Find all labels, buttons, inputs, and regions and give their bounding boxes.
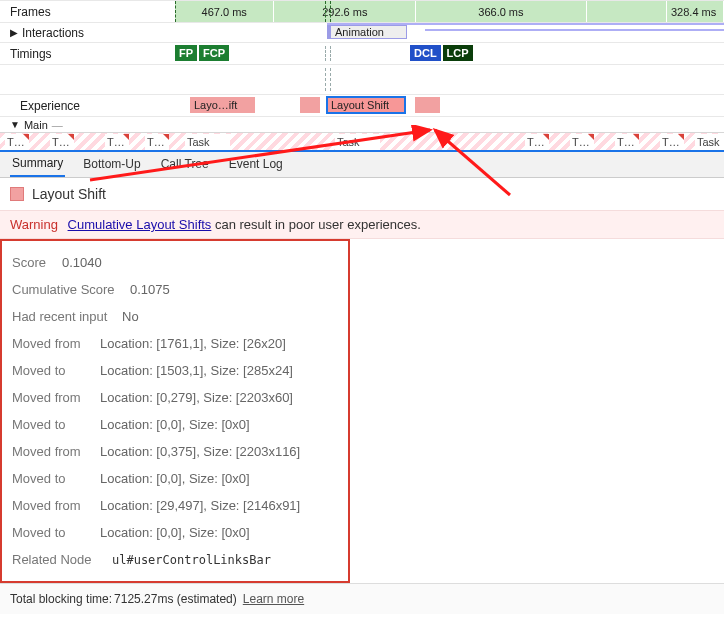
frames-track[interactable]: Frames 467.0 ms 292.6 ms 366.0 ms 328.4 … xyxy=(0,0,724,22)
detail-row: Related Node ul#userControlLinksBar xyxy=(12,546,348,573)
tab-summary[interactable]: Summary xyxy=(10,151,65,177)
timeline-panel[interactable]: Frames 467.0 ms 292.6 ms 366.0 ms 328.4 … xyxy=(0,0,724,150)
task-chip[interactable]: Task xyxy=(695,134,724,150)
timings-label: Timings xyxy=(0,47,175,61)
animation-label: Animation xyxy=(335,26,384,38)
task-chip[interactable]: T… xyxy=(615,134,639,150)
task-chip[interactable]: T… xyxy=(5,134,29,150)
frame-boundary-tick xyxy=(325,68,326,91)
lcp-badge[interactable]: LCP xyxy=(443,45,473,61)
layout-shift-block[interactable]: Layo…ift xyxy=(190,97,255,113)
interactions-label-text: Interactions xyxy=(22,26,84,40)
svg-line-1 xyxy=(435,130,510,195)
tbt-prefix: Total blocking time: xyxy=(10,592,112,606)
interactions-label: ▶ Interactions xyxy=(0,26,175,40)
detail-row: Moved fromLocation: [1761,1], Size: [26x… xyxy=(12,330,348,357)
spacer-track xyxy=(0,64,724,94)
frame-boundary-tick xyxy=(175,1,176,22)
frame-block[interactable]: 292.6 ms xyxy=(274,1,416,22)
timings-badges-left: FPFCP xyxy=(175,45,231,61)
frames-label: Frames xyxy=(0,5,175,19)
event-color-swatch xyxy=(10,187,24,201)
svg-line-0 xyxy=(90,130,430,180)
experience-label: Experience xyxy=(0,99,175,113)
frame-boundary-tick xyxy=(330,68,331,91)
main-label-text: Main xyxy=(24,119,48,131)
detail-row: Moved fromLocation: [0,279], Size: [2203… xyxy=(12,384,348,411)
warning-label: Warning xyxy=(10,217,58,232)
warning-text: can result in poor user experiences. xyxy=(211,217,421,232)
detail-row: Moved fromLocation: [29,497], Size: [214… xyxy=(12,492,348,519)
frame-block[interactable]: 467.0 ms xyxy=(175,1,274,22)
frame-boundary-tick xyxy=(325,46,326,61)
frame-boundary-tick xyxy=(325,1,326,22)
warning-row: Warning Cumulative Layout Shifts can res… xyxy=(0,210,724,239)
frame-block[interactable]: 328.4 ms xyxy=(667,1,724,22)
layout-shift-block[interactable] xyxy=(300,97,320,113)
detail-row: Cumulative Score0.1075 xyxy=(12,276,348,303)
experience-track[interactable]: Experience Layo…ift Layout Shift xyxy=(0,94,724,116)
frame-block[interactable]: 366.0 ms xyxy=(416,1,586,22)
annotation-arrow xyxy=(70,125,520,205)
detail-row: Moved toLocation: [0,0], Size: [0x0] xyxy=(12,465,348,492)
summary-details-highlight: Score0.1040 Cumulative Score0.1075 Had r… xyxy=(0,239,350,583)
frame-block[interactable] xyxy=(587,1,667,22)
layout-shift-block[interactable] xyxy=(415,97,440,113)
related-node-link[interactable]: ul#userControlLinksBar xyxy=(112,552,271,567)
interactions-track[interactable]: ▶ Interactions Animation xyxy=(0,22,724,42)
dcl-badge[interactable]: DCL xyxy=(410,45,441,61)
expand-icon[interactable]: ▶ xyxy=(10,27,18,38)
frame-boundary-tick xyxy=(330,46,331,61)
detail-row: Score0.1040 xyxy=(12,249,348,276)
detail-row: Moved toLocation: [0,0], Size: [0x0] xyxy=(12,519,348,546)
timings-track[interactable]: Timings FPFCP DCLLCP xyxy=(0,42,724,64)
footer-bar: Total blocking time: 7125.27ms (estimate… xyxy=(0,583,724,614)
fcp-badge[interactable]: FCP xyxy=(199,45,229,61)
timings-badges-right: DCLLCP xyxy=(410,45,475,61)
animation-marker[interactable]: Animation xyxy=(327,25,407,39)
detail-row: Moved toLocation: [1503,1], Size: [285x2… xyxy=(12,357,348,384)
collapse-icon[interactable]: ▼ xyxy=(10,119,20,130)
tbt-value: 7125.27ms (estimated) xyxy=(114,592,237,606)
layout-shift-block-selected[interactable]: Layout Shift xyxy=(327,97,405,113)
warning-link[interactable]: Cumulative Layout Shifts xyxy=(68,217,212,232)
task-chip[interactable]: T… xyxy=(660,134,684,150)
detail-row: Moved fromLocation: [0,375], Size: [2203… xyxy=(12,438,348,465)
detail-row: Moved toLocation: [0,0], Size: [0x0] xyxy=(12,411,348,438)
fp-badge[interactable]: FP xyxy=(175,45,197,61)
frame-boundary-tick xyxy=(330,1,331,22)
detail-row: Had recent inputNo xyxy=(12,303,348,330)
learn-more-link[interactable]: Learn more xyxy=(243,592,304,606)
task-chip[interactable]: T… xyxy=(570,134,594,150)
task-chip[interactable]: T… xyxy=(525,134,549,150)
animation-trail xyxy=(425,29,724,31)
